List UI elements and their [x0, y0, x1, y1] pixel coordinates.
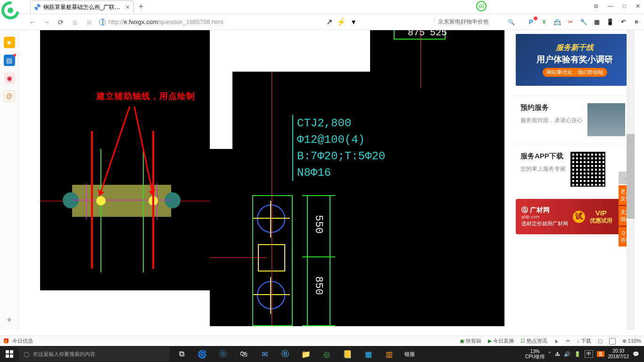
nav-home-icon[interactable]: ⌂	[71, 18, 79, 26]
service-box-2[interactable]: 服务APP下载 您的掌上服务专家	[511, 144, 634, 194]
window-popout-icon[interactable]: ⧉	[594, 3, 598, 9]
app-360-icon[interactable]: ◎	[317, 346, 337, 362]
app-mail-icon[interactable]: ✉	[255, 346, 274, 362]
taskbar-clock[interactable]: 20:332018/7/12	[608, 348, 629, 360]
nav-favorite-icon[interactable]: ☆	[85, 18, 93, 26]
svg-rect-9	[10, 354, 13, 358]
p-icon[interactable]: P	[527, 18, 535, 26]
ad-banner-1[interactable]: 服务新干线 用户体验有奖小调研 网站要优化，我们听你哒	[516, 34, 634, 86]
dropdown-icon[interactable]: ▾	[350, 18, 357, 26]
start-button[interactable]	[0, 346, 19, 362]
yuan-icon[interactable]: ¥	[540, 18, 548, 26]
grid-icon[interactable]: ▦	[593, 18, 601, 26]
tab-close-icon[interactable]: ×	[126, 3, 130, 11]
search-box[interactable]: 京东家电好物半价抢 🔍	[434, 18, 519, 26]
url-domain: e.fwxgx.com	[124, 18, 158, 25]
qr-code	[570, 152, 605, 187]
service2-desc: 您的掌上服务专家	[520, 165, 566, 173]
account-icon[interactable]: 📇	[553, 18, 561, 26]
address-bar[interactable]: http://e.fwxgx.com/question_1885708.html	[99, 18, 316, 25]
tab-favicon	[34, 4, 41, 10]
share-icon[interactable]: ↗	[325, 18, 333, 26]
svg-line-2	[99, 107, 130, 196]
cpu-meter[interactable]: 13%CPU使用	[525, 349, 545, 359]
service1-image	[587, 103, 625, 136]
window-minimize-icon[interactable]: —	[608, 3, 613, 9]
ime-lang[interactable]: 中	[585, 350, 593, 358]
speed-badge[interactable]: 60	[476, 1, 487, 11]
status-block-icon[interactable]: ✂	[566, 338, 570, 344]
taskview-icon[interactable]: ⧉	[172, 346, 191, 362]
tray-network-icon[interactable]: 🖧	[555, 351, 560, 357]
service-box-1[interactable]: 预约服务 服务面对面，承诺心连心	[511, 95, 634, 144]
status-left[interactable]: 今日优选	[12, 337, 33, 345]
app-swirl-icon[interactable]: 🌀	[192, 346, 212, 362]
browser-tab[interactable]: 钢筋算量桩基础怎么画_广联达服 ×	[30, 0, 134, 14]
add-sidebar-icon[interactable]: +	[7, 315, 12, 325]
status-quickedit[interactable]: ▣ 快剪辑	[460, 337, 481, 345]
scrollbar-thumb[interactable]	[627, 134, 635, 219]
search-icon[interactable]: 🔍	[508, 19, 515, 25]
status-news[interactable]: ☷ 热点资讯	[520, 337, 547, 345]
status-download[interactable]: ↓ 下载	[577, 337, 591, 345]
bolt-icon[interactable]: ⚡	[338, 18, 345, 26]
tray-up-icon[interactable]: ˄	[548, 351, 551, 357]
ad-banner-2[interactable]: Ⓖ 广材网 gldjc.com 选材定价就用广材网 试 VIP 优惠试用	[516, 199, 629, 234]
url-path: /question_1885708.html	[158, 18, 223, 25]
status-bar: 🎁 今日优选 ▣ 快剪辑 ▶ 今日直播 ☷ 热点资讯 🕨 ✂ ↓ 下载 ▢ ⊕ …	[0, 336, 644, 346]
tray-battery-icon[interactable]: 🔋	[574, 351, 581, 357]
nav-reload-icon[interactable]: ⟳	[57, 18, 65, 26]
cad-label-n8: N8Φ16	[297, 165, 331, 180]
cad-label-ctj: CTJ2,800	[297, 116, 351, 131]
app-link[interactable]: 链接	[400, 346, 420, 362]
dim-875: 875	[408, 30, 425, 38]
favorites-icon[interactable]: ★	[4, 37, 15, 48]
nav-back-icon[interactable]: ←	[28, 18, 37, 26]
app-explorer-icon[interactable]: 📁	[296, 346, 316, 362]
scissors-icon[interactable]: ✂	[567, 18, 574, 26]
app-edge-icon[interactable]: ⓔ	[213, 346, 233, 362]
service1-title: 预约服务	[520, 103, 583, 112]
undo-icon[interactable]: ↶	[619, 18, 627, 26]
dim-850: 850	[313, 276, 324, 295]
browser-logo[interactable]	[1, 1, 20, 20]
wrench-icon[interactable]: 🔧	[580, 18, 587, 26]
news-icon[interactable]: ▤	[4, 55, 15, 66]
page-content: 875 525 CTJ2,800 Φ12@100(4) B:7Φ20;T:5Φ2…	[19, 30, 644, 330]
status-square-icon[interactable]	[609, 338, 616, 345]
app-note-icon[interactable]: 📒	[338, 346, 357, 362]
ime-sogou-icon[interactable]: S	[597, 351, 604, 357]
taskbar-search[interactable]: ◯ 在这里输入你要搜索的内容	[19, 347, 170, 361]
svg-rect-6	[6, 350, 9, 354]
status-mute-icon[interactable]: 🕨	[554, 338, 559, 344]
app-blue-icon[interactable]: ▦	[358, 346, 378, 362]
menu-icon[interactable]: ≡	[633, 18, 640, 26]
notifications-icon[interactable]: 💬	[633, 351, 639, 357]
status-zoom[interactable]: ⊕ 110%	[622, 338, 641, 344]
window-maximize-icon[interactable]: □	[623, 3, 626, 9]
cad-drawing-right: 875 525 CTJ2,800 Φ12@100(4) B:7Φ20;T:5Φ2…	[210, 30, 504, 326]
status-pip-icon[interactable]: ▢	[598, 338, 603, 344]
cad-label-phi12: Φ12@100(4)	[297, 132, 365, 147]
app-ie-icon[interactable]: ⓔ	[275, 346, 295, 362]
service1-desc: 服务面对面，承诺心连心	[520, 116, 583, 125]
phone-icon[interactable]: 📱	[606, 18, 614, 26]
globe-icon	[99, 19, 106, 25]
right-sidebar: 服务新干线 用户体验有奖小调研 网站要优化，我们听你哒 预约服务 服务面对面，承…	[511, 30, 634, 330]
cad-annotation: 建立辅助轴线，用点绘制	[97, 90, 195, 102]
app-store-icon[interactable]: 🛍	[234, 346, 254, 362]
new-tab-button[interactable]: +	[139, 2, 144, 12]
search-placeholder: 京东家电好物半价抢	[438, 18, 489, 26]
mail-icon[interactable]: @	[4, 90, 15, 102]
weibo-icon[interactable]: ◉	[4, 73, 15, 84]
status-live[interactable]: ▶ 今日直播	[488, 337, 514, 345]
app-orange-icon[interactable]: ▥	[379, 346, 399, 362]
svg-point-1	[8, 8, 13, 13]
window-close-icon[interactable]: ✕	[636, 3, 640, 9]
gift-icon[interactable]: 🎁	[3, 338, 9, 344]
dim-550: 550	[313, 215, 324, 234]
svg-marker-5	[149, 189, 155, 196]
nav-forward-icon[interactable]: →	[42, 18, 51, 26]
tray-volume-icon[interactable]: 🔊	[564, 351, 570, 357]
left-sidebar: ★ ▤ ◉ @ +	[0, 30, 19, 330]
